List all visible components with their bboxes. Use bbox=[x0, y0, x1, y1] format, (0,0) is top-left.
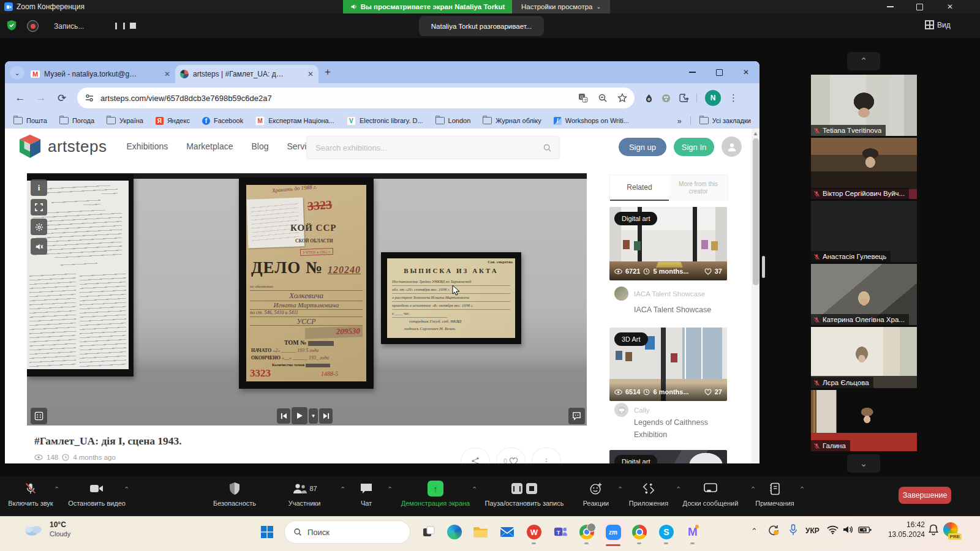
play-options-caret[interactable]: ▼ bbox=[309, 408, 318, 424]
address-bar[interactable]: artsteps.com/view/657d8dcb3e7698b59c6de2… bbox=[77, 88, 635, 108]
bookmark-yandex[interactable]: ЯЯндекс bbox=[156, 117, 190, 125]
reactions-button[interactable]: Реакции bbox=[575, 481, 617, 507]
info-button[interactable]: i bbox=[31, 179, 47, 196]
zoom-taskbar-icon[interactable]: zm bbox=[605, 523, 622, 541]
stop-recording-icon[interactable] bbox=[130, 23, 136, 29]
play-button[interactable] bbox=[292, 407, 307, 424]
nav-marketplace[interactable]: Marketplace bbox=[186, 141, 233, 151]
tab-artsteps[interactable]: artsteps | #Гамлет_UA: дія I, сце ✕ bbox=[175, 65, 318, 83]
participants-options-chevron[interactable]: ⌃ bbox=[340, 485, 345, 493]
mail-icon[interactable] bbox=[499, 523, 516, 541]
security-button[interactable]: Безопасность bbox=[201, 481, 268, 507]
unmute-button[interactable]: Включить звук bbox=[0, 481, 61, 507]
related-card-thumbnail[interactable]: 3D Art 6514 6 months... 27 bbox=[609, 328, 727, 401]
card-creator[interactable]: Cally bbox=[614, 403, 650, 417]
participant-video[interactable]: Галина bbox=[811, 390, 917, 451]
bookmark-folder[interactable]: London bbox=[435, 117, 471, 124]
artwork-extract[interactable]: Сов. секретно ВЫПИСКА ИЗ АКТА Постановле… bbox=[381, 252, 521, 344]
mute-audio-button[interactable] bbox=[31, 238, 47, 255]
teams-icon[interactable]: T bbox=[552, 523, 569, 541]
tab-gmail[interactable]: M Музей - nataliya.torkut@gmail. ✕ bbox=[26, 65, 175, 83]
bookmarks-overflow[interactable]: » bbox=[677, 116, 682, 126]
copilot-icon[interactable]: PRE bbox=[943, 522, 959, 538]
weather-widget[interactable]: 10°C Cloudy bbox=[23, 520, 70, 539]
participant-video[interactable]: Tetiana Tveritinova bbox=[811, 75, 917, 136]
wps-office-icon[interactable]: W bbox=[526, 523, 543, 541]
zoom-page-icon[interactable] bbox=[598, 93, 608, 103]
all-bookmarks[interactable]: Усі закладки bbox=[699, 117, 751, 124]
forward-button[interactable]: → bbox=[32, 92, 50, 104]
tray-sync-icon[interactable] bbox=[767, 524, 780, 538]
scrollbar-thumb[interactable] bbox=[753, 138, 759, 285]
nav-exhibitions[interactable]: Exhibitions bbox=[127, 141, 168, 151]
wifi-icon[interactable] bbox=[827, 525, 839, 536]
battery-icon[interactable] bbox=[858, 526, 872, 536]
new-tab-button[interactable]: + bbox=[325, 66, 331, 78]
share-panel-drag-handle[interactable] bbox=[762, 256, 765, 278]
profile-avatar[interactable]: N bbox=[705, 90, 721, 106]
tab-close-icon[interactable]: ✕ bbox=[164, 70, 170, 78]
scroll-up-arrow[interactable]: ▲ bbox=[753, 130, 758, 137]
sign-up-button[interactable]: Sign up bbox=[619, 138, 666, 156]
start-button[interactable] bbox=[258, 523, 276, 541]
participants-scroll-down[interactable]: ⌄ bbox=[847, 454, 880, 473]
back-button[interactable]: ← bbox=[11, 92, 29, 104]
bookmark-library[interactable]: VElectronic library. D... bbox=[347, 116, 423, 126]
related-card-thumbnail[interactable]: Digital art 6721 5 months... 37 bbox=[609, 207, 727, 280]
bookmark-folder[interactable]: Погода bbox=[59, 117, 94, 124]
view-layout-button[interactable]: Вид bbox=[925, 20, 951, 29]
share-button[interactable] bbox=[461, 448, 490, 463]
zoom-maximize-button[interactable] bbox=[905, 0, 933, 13]
notes-button[interactable]: Примечания bbox=[744, 481, 805, 507]
task-view-icon[interactable] bbox=[420, 523, 437, 541]
zoom-close-button[interactable]: ✕ bbox=[936, 0, 964, 13]
pause-stop-recording-button[interactable]: Пауза/остановить запись bbox=[472, 481, 576, 507]
viewer-chat-button[interactable] bbox=[568, 408, 585, 424]
related-card-thumbnail[interactable]: Digital art bbox=[609, 450, 727, 463]
notes-options-chevron[interactable]: ⌃ bbox=[799, 485, 805, 493]
mute-options-chevron[interactable]: ⌃ bbox=[54, 485, 59, 493]
chrome-meet-icon[interactable] bbox=[578, 523, 595, 541]
view-settings-button[interactable]: Настройки просмотра ⌄ bbox=[512, 0, 610, 13]
whiteboards-button[interactable]: Доски сообщений bbox=[674, 481, 747, 507]
browser-menu-icon[interactable]: ⋮ bbox=[729, 92, 739, 103]
video-options-chevron[interactable]: ⌃ bbox=[124, 485, 129, 493]
artwork-case-file[interactable]: Хранить до 1988 г. 3323 КОЙ ССР СКОЙ ОБЛ… bbox=[239, 178, 374, 389]
speaker-icon[interactable] bbox=[843, 525, 854, 536]
stop-video-button[interactable]: Остановить видео bbox=[59, 481, 134, 507]
bookmark-gmail[interactable]: MЕкспертам Націона... bbox=[255, 116, 334, 126]
edge-icon[interactable] bbox=[446, 523, 463, 541]
notifications-bell-icon[interactable]: z bbox=[928, 524, 939, 538]
adblock-drop-icon[interactable] bbox=[644, 94, 654, 103]
more-options-button[interactable]: ⋮ bbox=[532, 448, 561, 463]
previous-button[interactable] bbox=[277, 408, 290, 424]
page-scrollbar[interactable]: ▲ bbox=[752, 129, 760, 463]
tab-more-from-creator[interactable]: More from this creator bbox=[669, 175, 728, 201]
clock-widget[interactable]: 16:42 13.05.2024 bbox=[881, 520, 925, 539]
participants-scroll-up[interactable]: ⌃ bbox=[847, 52, 880, 70]
translate-icon[interactable]: G文 bbox=[578, 93, 588, 103]
bookmark-folder[interactable]: Пошта bbox=[13, 117, 47, 124]
extension-circle-icon[interactable] bbox=[662, 94, 671, 103]
bookmark-folder[interactable]: Журнал обліку bbox=[483, 117, 541, 124]
share-screen-button[interactable]: ↑ Демонстрация экрана bbox=[390, 481, 481, 507]
end-meeting-button[interactable]: Завершение bbox=[899, 487, 951, 504]
file-explorer-icon[interactable] bbox=[472, 523, 489, 541]
language-indicator[interactable]: УКР bbox=[805, 527, 820, 535]
bookmark-folder[interactable]: Україна bbox=[107, 117, 143, 124]
participant-video[interactable]: Анастасія Гулевець bbox=[811, 201, 917, 262]
participant-video[interactable]: Катерина Олегівна Хра... bbox=[811, 264, 917, 325]
browser-restore-button[interactable] bbox=[706, 61, 733, 83]
extensions-puzzle-icon[interactable] bbox=[679, 93, 688, 103]
tab-related[interactable]: Related bbox=[610, 175, 669, 201]
reload-button[interactable]: ⟳ bbox=[53, 92, 71, 105]
browser-minimize-button[interactable] bbox=[679, 61, 706, 83]
search-input[interactable] bbox=[314, 143, 543, 153]
participant-video[interactable]: Віктор Сергійович Вуйч... bbox=[811, 138, 917, 199]
sign-in-button[interactable]: Sign In bbox=[674, 138, 714, 156]
chrome-icon[interactable] bbox=[631, 523, 648, 541]
exhibition-viewer[interactable]: i Хранить до 1988 г. 3323 КОЙ ССР СКОЙ О… bbox=[27, 173, 587, 425]
tab-search-caret[interactable]: ⌄ bbox=[10, 66, 24, 80]
settings-gear-button[interactable] bbox=[31, 219, 47, 235]
card-creator[interactable]: IACA Talent Showcase bbox=[614, 287, 705, 301]
